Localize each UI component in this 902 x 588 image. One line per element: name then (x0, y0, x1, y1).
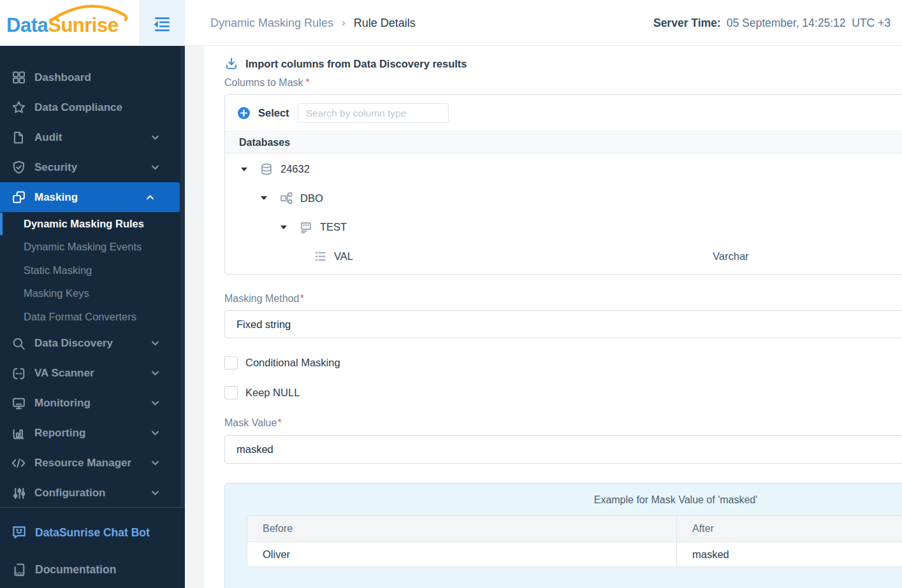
sidebar-item-label: Masking (34, 191, 78, 204)
tree-node-label: VAL (334, 250, 353, 262)
sidebar-collapse-button[interactable] (139, 0, 185, 46)
doc-icon: DOC (11, 562, 27, 578)
tree-node-label: DBO (300, 192, 323, 204)
submenu-item-label: Dynamic Masking Events (24, 241, 142, 253)
sidebar-footer: DataSunrise Chat Bot DOC Documentation (0, 507, 185, 588)
sidebar-item-va-scanner[interactable]: VA Scanner (0, 359, 185, 389)
chevron-down-icon (151, 134, 159, 140)
server-time-value: 05 September, 14:25:12 UTC +3 (727, 17, 891, 30)
bar-chart-icon (11, 426, 26, 441)
sidebar-item-dashboard[interactable]: Dashboard (0, 62, 185, 92)
mask-value-label: Mask Value * (224, 417, 902, 429)
databases-tree: 24632 DBO (225, 154, 902, 271)
table-icon (299, 220, 313, 234)
sidebar-item-configuration[interactable]: Configuration (0, 478, 185, 508)
conditional-masking-checkbox[interactable] (224, 356, 238, 369)
top-header: DataSunrise Dynamic Masking Rules › Rule… (0, 0, 902, 46)
tree-header-label: Databases (239, 137, 290, 148)
example-col-after: After (676, 516, 902, 541)
logo-text: DataSunrise (6, 14, 118, 37)
download-icon (224, 57, 238, 71)
sidebar-item-monitoring[interactable]: Monitoring (0, 389, 185, 419)
monitor-icon (11, 396, 26, 411)
chevron-down-icon (151, 491, 159, 496)
tree-row-column[interactable]: VAL Varchar (225, 242, 902, 271)
mask-value-input[interactable] (224, 435, 902, 464)
tree-row-table[interactable]: TEST (225, 213, 902, 242)
breadcrumb-parent[interactable]: Dynamic Masking Rules (210, 17, 333, 30)
keep-null-row: Keep NULL (224, 386, 902, 399)
scanner-icon (11, 366, 26, 381)
submenu-item-masking-keys[interactable]: Masking Keys (0, 282, 185, 306)
masking-method-select[interactable]: Fixed string (224, 310, 902, 338)
sidebar-item-data-discovery[interactable]: Data Discovery (0, 329, 185, 359)
sidebar-item-label: Documentation (35, 563, 116, 577)
sidebar-item-label: Reporting (34, 427, 85, 440)
sidebar-item-label: Dashboard (34, 71, 91, 84)
database-icon (259, 162, 273, 176)
columns-selector-panel: Select Databases 24632 (224, 94, 902, 275)
keep-null-label[interactable]: Keep NULL (245, 387, 300, 399)
sidebar-item-security[interactable]: Security (0, 152, 185, 182)
chevron-down-icon (151, 461, 159, 466)
keep-null-checkbox[interactable] (224, 386, 238, 399)
columns-to-mask-label: Columns to Mask * (224, 76, 902, 89)
sidebar-item-documentation[interactable]: DOC Documentation (0, 551, 185, 588)
tree-expand-arrow-icon[interactable] (261, 196, 267, 200)
conditional-masking-label[interactable]: Conditional Masking (245, 357, 340, 369)
chevron-up-icon (146, 194, 154, 200)
example-cell-before: Oliver (247, 542, 676, 566)
tree-row-schema[interactable]: DBO (225, 184, 902, 213)
submenu-item-dynamic-masking-rules[interactable]: Dynamic Masking Rules (0, 212, 185, 236)
masking-method-label: Masking Method * (224, 292, 902, 305)
example-table-header: Before After (247, 516, 902, 541)
submenu-item-dynamic-masking-events[interactable]: Dynamic Masking Events (0, 236, 185, 259)
server-time-label: Server Time: (653, 17, 721, 30)
sidebar-item-label: Data Compliance (34, 101, 122, 114)
sidebar-item-label: VA Scanner (34, 367, 94, 380)
copy-icon (11, 190, 26, 204)
example-col-before: Before (247, 516, 676, 541)
sidebar-item-masking[interactable]: Masking (0, 182, 180, 212)
sidebar-item-resource-manager[interactable]: Resource Manager (0, 448, 185, 478)
example-title: Example for Mask Value of 'masked' (225, 484, 902, 506)
chat-bot-icon (11, 524, 27, 541)
shield-check-icon (11, 160, 26, 175)
tree-expand-arrow-icon[interactable] (241, 168, 247, 171)
example-cell-after: masked (676, 542, 902, 566)
required-asterisk: * (277, 417, 281, 429)
column-list-icon (314, 250, 327, 263)
sidebar-item-data-compliance[interactable]: Data Compliance (0, 92, 185, 122)
submenu-item-label: Data Format Converters (24, 311, 136, 323)
example-table: Before After Oliver masked (247, 515, 902, 567)
server-time: Server Time: 05 September, 14:25:12 UTC … (653, 0, 891, 46)
required-asterisk: * (306, 77, 310, 89)
sidebar-item-reporting[interactable]: Reporting (0, 419, 185, 448)
plus-icon (240, 110, 247, 117)
import-columns-label: Import columns from Data Discovery resul… (245, 58, 467, 70)
submenu-item-label: Dynamic Masking Rules (24, 218, 144, 230)
sidebar-item-label: Security (34, 161, 77, 174)
search-column-type-input[interactable] (298, 103, 449, 123)
schema-icon (279, 191, 293, 205)
sidebar-item-label: Configuration (34, 487, 105, 499)
page-title: Rule Details (354, 17, 416, 30)
import-columns-link[interactable]: Import columns from Data Discovery resul… (224, 56, 902, 71)
breadcrumb: Dynamic Masking Rules › Rule Details (210, 0, 416, 46)
sidebar-item-audit[interactable]: Audit (0, 122, 185, 152)
submenu-item-static-masking[interactable]: Static Masking (0, 259, 185, 282)
select-button-label[interactable]: Select (258, 107, 289, 119)
sidebar-item-chat-bot[interactable]: DataSunrise Chat Bot (0, 514, 185, 551)
required-asterisk: * (300, 293, 303, 305)
tree-expand-arrow-icon[interactable] (280, 226, 287, 229)
add-column-button[interactable] (238, 107, 250, 119)
column-datatype: Varchar (713, 250, 749, 262)
tree-row-database[interactable]: 24632 (225, 155, 902, 184)
svg-text:DOC: DOC (14, 570, 25, 576)
conditional-masking-row: Conditional Masking (224, 356, 902, 369)
masking-submenu: Dynamic Masking Rules Dynamic Masking Ev… (0, 212, 185, 329)
chevron-down-icon (151, 371, 159, 376)
submenu-item-data-format-converters[interactable]: Data Format Converters (0, 305, 185, 329)
content-gutter (185, 46, 204, 588)
app-logo[interactable]: DataSunrise (0, 0, 139, 46)
